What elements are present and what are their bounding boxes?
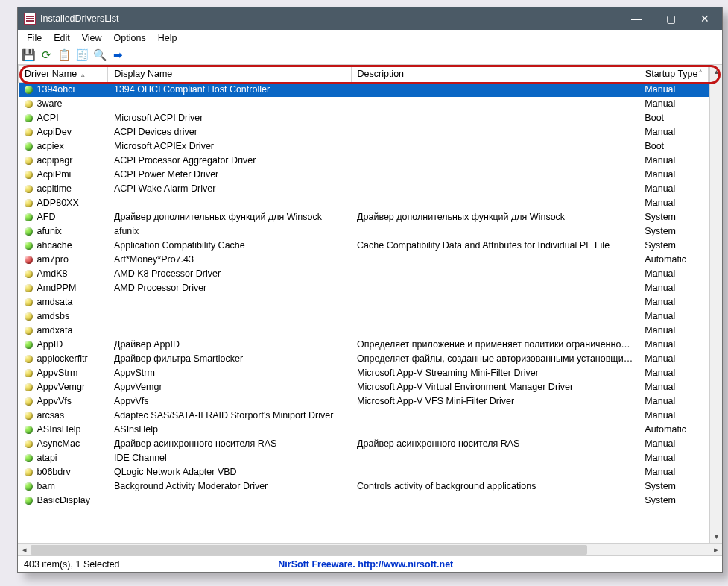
driver-name-cell: applockerfltr bbox=[37, 353, 88, 364]
display-name-cell: ACPI Power Meter Driver bbox=[108, 168, 351, 182]
copy-icon[interactable]: 📋 bbox=[57, 48, 72, 63]
close-button[interactable]: ✕ bbox=[688, 7, 722, 30]
description-cell bbox=[351, 281, 639, 295]
status-dot-icon bbox=[25, 199, 33, 207]
exit-icon[interactable]: ➡ bbox=[110, 48, 125, 63]
startup-type-cell: Manual bbox=[639, 338, 708, 352]
startup-type-cell: Automatic bbox=[639, 423, 708, 437]
scroll-up-icon[interactable]: ▴ bbox=[710, 65, 722, 78]
table-row[interactable]: ACPIMicrosoft ACPI DriverBoot bbox=[19, 111, 722, 125]
table-row[interactable]: AcpiDevACPI Devices driverManual bbox=[19, 125, 722, 139]
find-icon[interactable]: 🔍 bbox=[92, 48, 107, 63]
title-bar[interactable]: InstalledDriversList — ▢ ✕ bbox=[18, 7, 722, 30]
col-display-name[interactable]: Display Name bbox=[108, 66, 351, 83]
driver-name-cell: BasicDisplay bbox=[37, 495, 91, 505]
status-dot-icon bbox=[25, 341, 33, 349]
table-row[interactable]: AsyncMacДрайвер асинхронного носителя RA… bbox=[19, 437, 722, 451]
table-row[interactable]: bamBackground Activity Moderator DriverC… bbox=[19, 479, 722, 494]
nirsoft-link[interactable]: NirSoft Freeware. http://www.nirsoft.net bbox=[278, 559, 453, 570]
description-cell: Определяет приложение и применяет полити… bbox=[351, 338, 639, 352]
driver-name-cell: am7pro bbox=[37, 254, 69, 265]
table-row[interactable]: amdsbsManual bbox=[19, 309, 722, 324]
horizontal-scrollbar[interactable]: ◂ ▸ bbox=[18, 543, 722, 555]
col-description[interactable]: Description bbox=[351, 66, 639, 83]
scroll-right-icon[interactable]: ▸ bbox=[709, 544, 722, 556]
description-cell: Определяет файлы, созданные авторизованн… bbox=[351, 352, 639, 366]
status-dot-icon bbox=[25, 468, 33, 476]
display-name-cell: ACPI Wake Alarm Driver bbox=[108, 182, 351, 196]
table-row[interactable]: AFDДрайвер дополнительных функций для Wi… bbox=[19, 210, 722, 224]
display-name-cell bbox=[108, 324, 351, 338]
table-row[interactable]: AmdK8AMD K8 Processor DriverManual bbox=[19, 267, 722, 281]
table-row[interactable]: b06bdrvQLogic Network Adapter VBDManual bbox=[19, 465, 722, 479]
table-row[interactable]: acpitimeACPI Wake Alarm DriverManual bbox=[19, 182, 722, 196]
table-row[interactable]: AmdPPMAMD Processor DriverManual bbox=[19, 281, 722, 295]
minimize-button[interactable]: — bbox=[619, 7, 653, 30]
display-name-cell bbox=[108, 295, 351, 309]
table-row[interactable]: ASInsHelpASInsHelpAutomatic bbox=[19, 423, 722, 437]
table-row[interactable]: acpiexMicrosoft ACPIEx DriverBoot bbox=[19, 139, 722, 154]
menu-help[interactable]: Help bbox=[152, 31, 183, 45]
description-cell bbox=[351, 196, 639, 210]
scroll-left-icon[interactable]: ◂ bbox=[18, 544, 31, 556]
menu-bar: File Edit View Options Help bbox=[18, 30, 722, 45]
table-row[interactable]: acpipagrACPI Processor Aggregator Driver… bbox=[19, 154, 722, 168]
table-row[interactable]: applockerfltrДрайвер фильтра Smartlocker… bbox=[19, 352, 722, 366]
status-dot-icon bbox=[25, 312, 33, 321]
scrollbar-thumb[interactable] bbox=[31, 545, 587, 555]
scroll-down-icon[interactable]: ▾ bbox=[710, 530, 722, 543]
driver-name-cell: ahcache bbox=[37, 240, 72, 251]
description-cell bbox=[351, 253, 639, 267]
table-row[interactable]: afunixafunixSystem bbox=[19, 224, 722, 239]
table-row[interactable]: ADP80XXManual bbox=[19, 196, 722, 210]
driver-name-cell: AmdPPM bbox=[37, 283, 77, 293]
refresh-icon[interactable]: ⟳ bbox=[39, 48, 54, 63]
display-name-cell: Драйвер дополнительных функций для Winso… bbox=[108, 210, 351, 224]
menu-view[interactable]: View bbox=[76, 31, 108, 45]
display-name-cell bbox=[108, 494, 351, 508]
table-row[interactable]: AppvVemgrAppvVemgrMicrosoft App-V Virtua… bbox=[19, 380, 722, 394]
table-row[interactable]: arcsasAdaptec SAS/SATA-II RAID Storport'… bbox=[19, 409, 722, 423]
col-startup-type[interactable]: Startup Type^ bbox=[639, 66, 708, 83]
menu-edit[interactable]: Edit bbox=[48, 31, 76, 45]
display-name-cell: Драйвер асинхронного носителя RAS bbox=[108, 437, 351, 451]
table-row[interactable]: AppvVfsAppvVfsMicrosoft App-V VFS Mini-F… bbox=[19, 394, 722, 409]
description-cell: Controls activity of background applicat… bbox=[351, 479, 639, 494]
driver-name-cell: acpiex bbox=[37, 141, 64, 151]
status-dot-icon bbox=[25, 227, 33, 236]
app-icon bbox=[24, 13, 36, 25]
table-row[interactable]: 3wareManual bbox=[19, 97, 722, 111]
table-row[interactable]: ahcacheApplication Compatibility CacheCa… bbox=[19, 239, 722, 253]
menu-options[interactable]: Options bbox=[108, 31, 152, 45]
maximize-button[interactable]: ▢ bbox=[653, 7, 688, 30]
startup-type-cell: Manual bbox=[639, 451, 708, 465]
col-driver-name[interactable]: Driver Name▵ bbox=[19, 66, 108, 83]
driver-name-cell: bam bbox=[37, 481, 55, 491]
table-row[interactable]: AppIDДрайвер AppIDОпределяет приложение … bbox=[19, 338, 722, 352]
display-name-cell bbox=[108, 196, 351, 210]
startup-type-cell: Manual bbox=[639, 394, 708, 409]
status-dot-icon bbox=[25, 397, 33, 406]
table-row[interactable]: 1394ohci1394 OHCI Compliant Host Control… bbox=[19, 83, 722, 97]
vertical-scrollbar[interactable]: ▴ ▾ bbox=[709, 65, 722, 543]
table-row[interactable]: amdsataManual bbox=[19, 295, 722, 309]
description-cell bbox=[351, 111, 639, 125]
description-cell bbox=[351, 465, 639, 479]
table-row[interactable]: AppvStrmAppvStrmMicrosoft App-V Streamin… bbox=[19, 366, 722, 380]
description-cell bbox=[351, 309, 639, 324]
app-window: InstalledDriversList — ▢ ✕ File Edit Vie… bbox=[17, 7, 723, 573]
table-row[interactable]: amdxataManual bbox=[19, 324, 722, 338]
table-row[interactable]: atapiIDE ChannelManual bbox=[19, 451, 722, 465]
display-name-cell bbox=[108, 97, 351, 111]
properties-icon[interactable]: 🧾 bbox=[75, 48, 89, 63]
status-dot-icon bbox=[25, 497, 33, 505]
save-icon[interactable]: 💾 bbox=[21, 48, 36, 63]
status-dot-icon bbox=[25, 256, 33, 264]
table-row[interactable]: BasicDisplaySystem bbox=[19, 494, 722, 508]
description-cell: Microsoft App-V Virtual Environment Mana… bbox=[351, 380, 639, 394]
table-row[interactable]: am7proArt*Money*Pro7.43Automatic bbox=[19, 253, 722, 267]
menu-file[interactable]: File bbox=[21, 31, 48, 45]
status-dot-icon bbox=[25, 142, 33, 151]
driver-name-cell: AppvVfs bbox=[37, 396, 72, 406]
table-row[interactable]: AcpiPmiACPI Power Meter DriverManual bbox=[19, 168, 722, 182]
